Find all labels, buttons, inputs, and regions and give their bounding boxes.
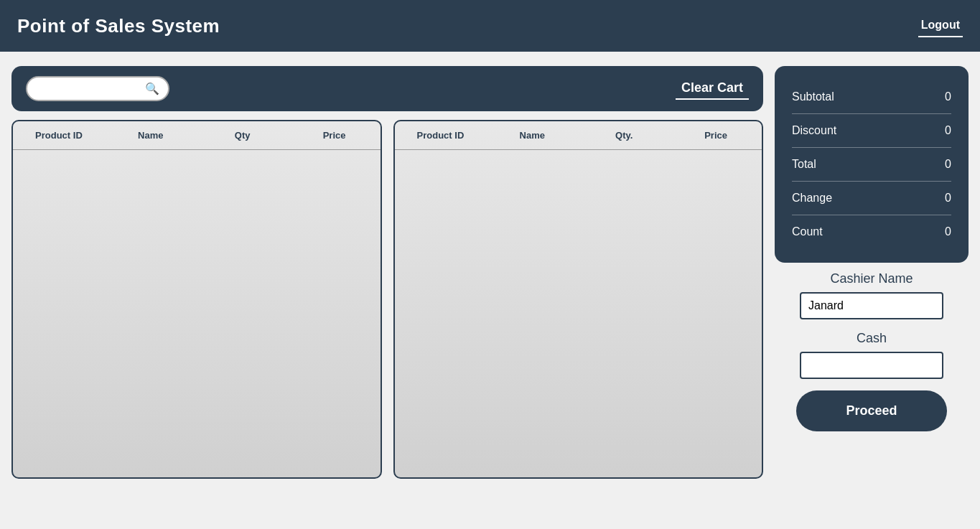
app-title: Point of Sales System xyxy=(17,15,220,37)
discount-label: Discount xyxy=(792,124,836,137)
discount-row: Discount 0 xyxy=(792,114,951,148)
change-row: Change 0 xyxy=(792,182,951,215)
subtotal-value: 0 xyxy=(945,90,951,103)
search-input[interactable] xyxy=(37,83,145,95)
product-table: Product ID Name Qty Price xyxy=(11,120,382,479)
discount-value: 0 xyxy=(945,124,951,137)
cash-section: Cash xyxy=(800,331,943,379)
count-value: 0 xyxy=(945,225,951,238)
cart-table: Product ID Name Qty. Price xyxy=(393,120,764,479)
cart-table-header: Product ID Name Qty. Price xyxy=(395,121,762,150)
header: Point of Sales System Logout xyxy=(0,0,980,52)
change-value: 0 xyxy=(945,192,951,205)
cart-col-name: Name xyxy=(486,127,578,144)
cashier-name-label: Cashier Name xyxy=(830,271,913,286)
right-panel: Subtotal 0 Discount 0 Total 0 Change 0 C… xyxy=(775,66,969,479)
cart-col-price: Price xyxy=(670,127,762,144)
tables-row: Product ID Name Qty Price Product ID Nam… xyxy=(11,120,763,479)
logout-button[interactable]: Logout xyxy=(918,14,963,37)
total-row: Total 0 xyxy=(792,148,951,182)
cart-col-qty: Qty. xyxy=(578,127,670,144)
cashier-section: Cashier Name xyxy=(800,271,943,319)
subtotal-row: Subtotal 0 xyxy=(792,80,951,114)
right-panel-bottom: Cashier Name Cash Proceed xyxy=(775,271,969,431)
total-value: 0 xyxy=(945,158,951,171)
change-label: Change xyxy=(792,192,832,205)
count-row: Count 0 xyxy=(792,215,951,248)
cash-input[interactable] xyxy=(800,352,943,379)
search-icon: 🔍 xyxy=(145,82,159,95)
col-product-id: Product ID xyxy=(13,127,105,144)
subtotal-label: Subtotal xyxy=(792,90,834,103)
proceed-button[interactable]: Proceed xyxy=(796,390,947,431)
main-content: 🔍 Clear Cart Product ID Name Qty Price P… xyxy=(0,52,980,493)
clear-cart-button[interactable]: Clear Cart xyxy=(676,78,749,100)
summary-box: Subtotal 0 Discount 0 Total 0 Change 0 C… xyxy=(775,66,969,263)
cash-label: Cash xyxy=(857,331,887,346)
cart-col-product-id: Product ID xyxy=(395,127,487,144)
product-table-header: Product ID Name Qty Price xyxy=(13,121,381,150)
col-name: Name xyxy=(105,127,197,144)
left-section: 🔍 Clear Cart Product ID Name Qty Price P… xyxy=(11,66,763,479)
cashier-name-input[interactable] xyxy=(800,292,943,319)
col-price: Price xyxy=(289,127,381,144)
total-label: Total xyxy=(792,158,816,171)
search-input-wrapper: 🔍 xyxy=(26,76,169,101)
search-bar-container: 🔍 Clear Cart xyxy=(11,66,763,111)
col-qty: Qty xyxy=(197,127,289,144)
count-label: Count xyxy=(792,225,823,238)
